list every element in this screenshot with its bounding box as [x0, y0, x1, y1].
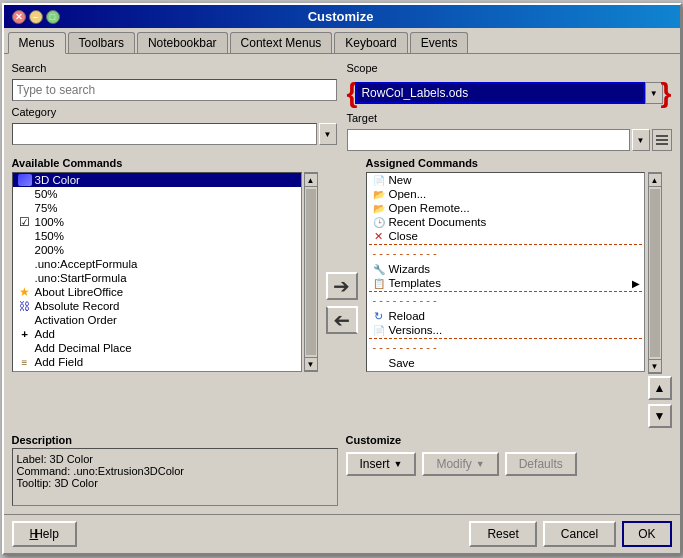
- search-input[interactable]: [12, 79, 337, 101]
- scope-highlight-row: { RowCol_Labels.ods ▼ }: [347, 79, 672, 107]
- list-item[interactable]: 150%: [13, 229, 301, 243]
- list-item[interactable]: Additions: [13, 369, 301, 372]
- list-item[interactable]: .uno:AcceptFormula: [13, 257, 301, 271]
- ok-button[interactable]: OK: [622, 521, 671, 547]
- new-icon: 📄: [371, 173, 387, 187]
- list-item[interactable]: 📂 Open...: [367, 187, 644, 201]
- target-input[interactable]: File: [347, 129, 630, 151]
- modify-button[interactable]: Modify ▼: [422, 452, 498, 476]
- customize-box: Customize Insert ▼ Modify ▼ Defaults: [346, 434, 672, 506]
- list-item[interactable]: Save As...: [367, 370, 644, 372]
- chain-icon: ⛓: [17, 299, 33, 313]
- target-lines-btn[interactable]: [652, 129, 672, 151]
- list-item[interactable]: ★ About LibreOffice: [13, 285, 301, 299]
- close-window-button[interactable]: ✕: [12, 10, 26, 24]
- help-button[interactable]: HHelp: [12, 521, 77, 547]
- cancel-button[interactable]: Cancel: [543, 521, 616, 547]
- list-item[interactable]: ☑ 100%: [13, 215, 301, 229]
- checkmark-icon: ☑: [17, 215, 33, 229]
- list-item[interactable]: 75%: [13, 201, 301, 215]
- list-item[interactable]: ↻ Reload: [367, 309, 644, 323]
- move-down-button[interactable]: ▼: [648, 404, 672, 428]
- remove-from-assigned-button[interactable]: ➔: [326, 306, 358, 334]
- list-item[interactable]: ⛓ Absolute Record: [13, 299, 301, 313]
- available-scrollbar[interactable]: ▲ ▼: [304, 172, 318, 372]
- separator-item: - - - - - - - - - -: [369, 244, 642, 261]
- assigned-commands-list[interactable]: 📄 New 📂 Open... 📂 Open Remote... 🕒: [366, 172, 645, 372]
- desc-label-text: Label: 3D Color: [17, 453, 333, 465]
- top-row: Search Category All commands ▼ Scope { R…: [12, 62, 672, 151]
- scroll-down-btn[interactable]: ▼: [648, 359, 662, 373]
- tab-toolbars[interactable]: Toolbars: [68, 32, 135, 53]
- defaults-button[interactable]: Defaults: [505, 452, 577, 476]
- list-item[interactable]: .uno:StartFormula: [13, 271, 301, 285]
- tab-context-menus[interactable]: Context Menus: [230, 32, 333, 53]
- scroll-up-btn[interactable]: ▲: [304, 173, 318, 187]
- scroll-thumb[interactable]: [306, 189, 316, 355]
- category-label: Category: [12, 106, 337, 118]
- description-content: Label: 3D Color Command: .uno:Extrusion3…: [12, 448, 338, 506]
- window-controls[interactable]: ✕ – □: [12, 10, 60, 24]
- maximize-button[interactable]: □: [46, 10, 60, 24]
- list-item[interactable]: 📂 Open Remote...: [367, 201, 644, 215]
- wizards-icon: 🔧: [371, 262, 387, 276]
- available-commands-list[interactable]: 3D Color 50% 75% ☑ 100% 15: [12, 172, 302, 372]
- scroll-down-btn[interactable]: ▼: [304, 357, 318, 371]
- list-item[interactable]: 200%: [13, 243, 301, 257]
- insert-label: Insert: [360, 457, 390, 471]
- target-label: Target: [347, 112, 672, 124]
- search-label: Search: [12, 62, 337, 74]
- recent-icon: 🕒: [371, 215, 387, 229]
- list-item[interactable]: 📋 Templates ▶: [367, 276, 644, 290]
- scroll-thumb[interactable]: [650, 189, 660, 357]
- list-item[interactable]: 3D Color: [13, 173, 301, 187]
- add-to-assigned-button[interactable]: ➔: [326, 272, 358, 300]
- list-item[interactable]: 📄 Versions...: [367, 323, 644, 337]
- customize-dialog: ✕ – □ Customize Menus Toolbars Notebookb…: [2, 3, 682, 555]
- list-item[interactable]: 50%: [13, 187, 301, 201]
- list-item[interactable]: ≡ Add Field: [13, 355, 301, 369]
- bottom-section: Description Label: 3D Color Command: .un…: [12, 434, 672, 506]
- insert-button[interactable]: Insert ▼: [346, 452, 417, 476]
- list-item[interactable]: ✕ Close: [367, 229, 644, 243]
- description-label: Description: [12, 434, 338, 446]
- reload-icon: ↻: [371, 309, 387, 323]
- left-top: Search Category All commands ▼: [12, 62, 337, 145]
- category-row: All commands ▼: [12, 123, 337, 145]
- scope-value[interactable]: RowCol_Labels.ods: [355, 82, 644, 104]
- move-up-button[interactable]: ▲: [648, 376, 672, 400]
- submenu-arrow-icon: ▶: [632, 278, 640, 289]
- desc-tooltip-text: Tooltip: 3D Color: [17, 477, 333, 489]
- separator-item: - - - - - - - - - -: [369, 291, 642, 308]
- tab-menus[interactable]: Menus: [8, 32, 66, 54]
- add-icon: +: [17, 327, 33, 341]
- list-item[interactable]: 🕒 Recent Documents: [367, 215, 644, 229]
- tab-events[interactable]: Events: [410, 32, 469, 53]
- assigned-list-container: 📄 New 📂 Open... 📂 Open Remote... 🕒: [366, 172, 672, 428]
- minimize-button[interactable]: –: [29, 10, 43, 24]
- reset-button[interactable]: Reset: [469, 521, 536, 547]
- tabs-bar: Menus Toolbars Notebookbar Context Menus…: [4, 28, 680, 54]
- center-arrows: ➔ ➔: [326, 157, 358, 428]
- list-item[interactable]: 📄 New: [367, 173, 644, 187]
- scroll-up-btn[interactable]: ▲: [648, 173, 662, 187]
- category-input[interactable]: All commands: [12, 123, 317, 145]
- field-icon: ≡: [17, 355, 33, 369]
- list-item[interactable]: 🔧 Wizards: [367, 262, 644, 276]
- tab-notebookbar[interactable]: Notebookbar: [137, 32, 228, 53]
- dialog-title: Customize: [308, 9, 374, 24]
- right-top: Scope { RowCol_Labels.ods ▼ } Target Fil…: [347, 62, 672, 151]
- category-dropdown-btn[interactable]: ▼: [319, 123, 337, 145]
- versions-icon: 📄: [371, 323, 387, 337]
- target-dropdown-btn[interactable]: ▼: [632, 129, 650, 151]
- tab-keyboard[interactable]: Keyboard: [334, 32, 407, 53]
- assigned-scrollbar[interactable]: ▲ ▼: [648, 172, 662, 374]
- list-item[interactable]: Add Decimal Place: [13, 341, 301, 355]
- list-item[interactable]: Save: [367, 356, 644, 370]
- 3d-icon: [17, 173, 33, 187]
- list-item[interactable]: + Add: [13, 327, 301, 341]
- customize-label: Customize: [346, 434, 672, 446]
- list-item[interactable]: Activation Order: [13, 313, 301, 327]
- description-box: Description Label: 3D Color Command: .un…: [12, 434, 338, 506]
- modify-label: Modify: [436, 457, 471, 471]
